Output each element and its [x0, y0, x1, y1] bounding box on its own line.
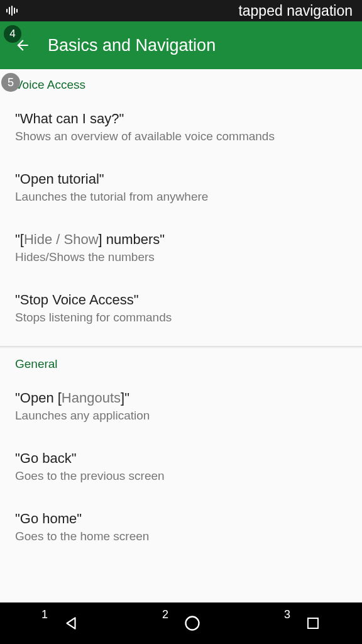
navigation-bar: 1 2 3	[0, 602, 362, 644]
circle-home-icon	[184, 614, 201, 632]
nav-number: 1	[41, 608, 48, 621]
nav-number: 3	[284, 608, 290, 621]
status-text: tapped navigation	[238, 3, 356, 19]
command-item[interactable]: "Open tutorial" Launches the tutorial fr…	[0, 157, 362, 218]
command-title: "Open [Hangouts]"	[15, 390, 347, 406]
command-title: "What can I say?"	[15, 111, 347, 127]
triangle-back-icon	[63, 615, 79, 631]
app-bar: Basics and Navigation	[0, 21, 362, 69]
command-item[interactable]: "Open [Hangouts]" Launches any applicati…	[0, 376, 362, 436]
command-description: Goes to the previous screen	[15, 469, 347, 483]
square-recent-icon	[305, 616, 321, 631]
command-description: Launches the tutorial from anywhere	[15, 190, 347, 204]
voice-activity-icon	[6, 6, 18, 16]
command-item[interactable]: "What can I say?" Shows an overview of a…	[0, 97, 362, 157]
section-general: General "Open [Hangouts]" Launches any a…	[0, 348, 362, 560]
svg-rect-1	[308, 618, 318, 628]
voice-access-badge-4[interactable]: 4	[4, 25, 21, 43]
nav-number: 2	[162, 608, 168, 621]
command-description: Hides/Shows the numbers	[15, 250, 347, 264]
command-item[interactable]: "Stop Voice Access" Stops listening for …	[0, 278, 362, 338]
command-title: "Go back"	[15, 450, 347, 467]
command-title: "Stop Voice Access"	[15, 292, 347, 308]
command-description: Goes to the home screen	[15, 530, 347, 543]
command-description: Launches any application	[15, 409, 347, 423]
command-item[interactable]: "Go home" Goes to the home screen	[0, 497, 362, 557]
command-title: "Go home"	[15, 511, 347, 527]
section-header: General	[0, 348, 362, 376]
command-title: "Open tutorial"	[15, 171, 347, 187]
command-item[interactable]: "[Hide / Show] numbers" Hides/Shows the …	[0, 218, 362, 278]
svg-point-0	[186, 617, 199, 630]
nav-recent-button[interactable]: 3	[284, 616, 321, 631]
command-title: "[Hide / Show] numbers"	[15, 231, 347, 248]
section-header: Voice Access	[0, 69, 362, 97]
voice-access-badge-5[interactable]: 5	[1, 73, 20, 92]
status-bar: tapped navigation	[0, 0, 362, 21]
command-item[interactable]: "Go back" Goes to the previous screen	[0, 436, 362, 497]
nav-back-button[interactable]: 1	[41, 615, 79, 631]
section-voice-access: Voice Access "What can I say?" Shows an …	[0, 69, 362, 341]
command-description: Shows an overview of available voice com…	[15, 130, 347, 143]
page-title: Basics and Navigation	[48, 36, 216, 55]
content-area: Voice Access "What can I say?" Shows an …	[0, 69, 362, 602]
nav-home-button[interactable]: 2	[162, 614, 201, 632]
status-left	[6, 6, 18, 16]
command-description: Stops listening for commands	[15, 311, 347, 325]
